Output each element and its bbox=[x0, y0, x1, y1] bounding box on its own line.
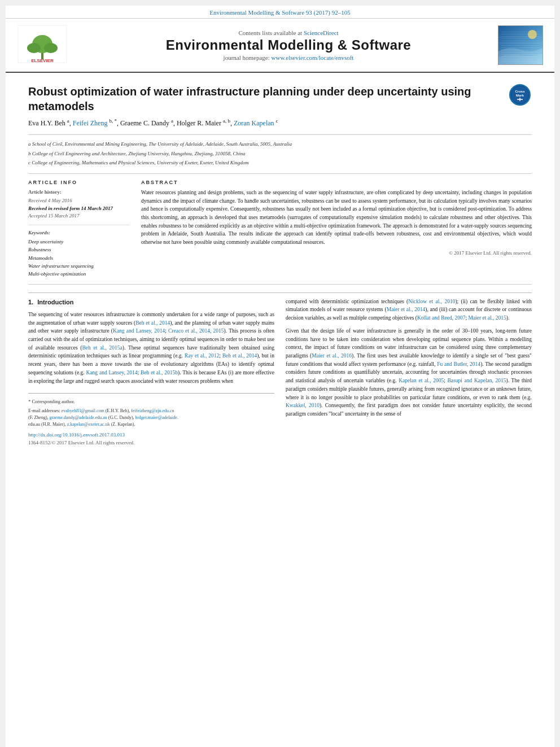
received-date: Received 4 May 2016 bbox=[28, 197, 130, 205]
ref-fu-butler[interactable]: Fu and Butler, 2014 bbox=[437, 361, 480, 367]
doi-link[interactable]: http://dx.doi.org/10.1016/j.envsoft.2017… bbox=[28, 432, 125, 438]
ref-beh2014b[interactable]: Beh et al., 2014 bbox=[222, 353, 257, 359]
ref-beh2015a[interactable]: Beh et al., 2015a bbox=[82, 345, 123, 351]
ref-kang-lansey[interactable]: Kang and Lansey, 2014 bbox=[113, 328, 165, 334]
svg-point-4 bbox=[44, 43, 58, 53]
crossmark-badge: Cross Mark bbox=[509, 84, 531, 106]
email-label: E-mail addresses: bbox=[28, 408, 60, 413]
email-maier[interactable]: holger.maier@adelaide. bbox=[135, 415, 178, 420]
abstract-section: ABSTRACT Water resources planning and de… bbox=[141, 180, 532, 278]
ref-maier2016[interactable]: Maier et al., 2016 bbox=[312, 353, 352, 359]
email-zheng[interactable]: feifeizheng@zju.edu.cn bbox=[131, 408, 174, 413]
footnote-section: * Corresponding author. E-mail addresses… bbox=[28, 393, 274, 447]
keyword-4: Water infrastructure sequencing bbox=[28, 262, 130, 270]
ref-basupi[interactable]: Basupi and Kapelan, 2015 bbox=[448, 378, 506, 383]
svg-text:Cross: Cross bbox=[515, 90, 525, 93]
svg-text:ELSEVIER: ELSEVIER bbox=[31, 58, 54, 63]
affiliation-a: a School of Civil, Environmental and Min… bbox=[28, 141, 532, 148]
keyword-2: Robustness bbox=[28, 246, 130, 254]
paper-title: Robust optimization of water infrastruct… bbox=[28, 84, 504, 113]
abstract-title: ABSTRACT bbox=[141, 180, 532, 185]
keyword-3: Metamodels bbox=[28, 254, 130, 262]
article-history: Article history: Received 4 May 2016 Rec… bbox=[28, 189, 130, 225]
section-heading: Introduction bbox=[37, 299, 73, 305]
keyword-1: Deep uncertainty bbox=[28, 238, 130, 246]
affiliation-b: b College of Civil Engineering and Archi… bbox=[28, 150, 532, 158]
copyright-line: © 2017 Elsevier Ltd. All rights reserved… bbox=[141, 250, 532, 256]
page: Environmental Modelling & Software 93 (2… bbox=[6, 6, 554, 747]
column-right: compared with deterministic optimization… bbox=[286, 298, 532, 447]
intro-para-2: compared with deterministic optimization… bbox=[286, 298, 532, 322]
intro-para-1: The sequencing of water resources infras… bbox=[28, 311, 274, 385]
ref-kollat[interactable]: Kollat and Reed, 2007 bbox=[417, 315, 465, 321]
revised-date: Received in revised form 14 March 2017 bbox=[28, 205, 130, 213]
email-kapelan[interactable]: z.kapelan@exeter.ac.uk bbox=[67, 422, 110, 427]
ref-beh2014[interactable]: Beh et al., 2014 bbox=[135, 320, 170, 326]
email-dandy[interactable]: graeme.dandy@adelaide.edu.au bbox=[50, 415, 107, 420]
history-label: Article history: bbox=[28, 189, 130, 196]
issn-line: 1364-8152/© 2017 Elsevier Ltd. All right… bbox=[28, 439, 274, 447]
ref-beh2015b[interactable]: Beh et al., 2015b bbox=[141, 370, 178, 375]
crossmark[interactable]: Cross Mark bbox=[509, 84, 532, 106]
article-info: ARTICLE INFO Article history: Received 4… bbox=[28, 180, 130, 278]
journal-homepage: journal homepage: www.elsevier.com/locat… bbox=[79, 54, 498, 61]
corresponding-author-note: * Corresponding author. bbox=[28, 398, 274, 405]
ref-nicklow[interactable]: Nicklow et al., 2010 bbox=[408, 299, 455, 304]
main-content: 1. Introduction The sequencing of water … bbox=[28, 298, 532, 447]
keywords-label: Keywords: bbox=[28, 230, 130, 235]
elsevier-logo: ELSEVIER bbox=[17, 24, 68, 66]
journal-citation: Environmental Modelling & Software 93 (2… bbox=[209, 9, 350, 16]
section-number: 1. bbox=[28, 299, 33, 305]
svg-point-3 bbox=[27, 43, 41, 53]
paper-title-text: Robust optimization of water infrastruct… bbox=[28, 84, 504, 130]
journal-header: ELSEVIER Contents lists available at Sci… bbox=[6, 19, 554, 73]
author-link-zheng[interactable]: Feifei Zheng bbox=[73, 119, 108, 127]
ref-creaco[interactable]: Creaco et al., 2014, 2015 bbox=[168, 328, 224, 334]
svg-text:Mark: Mark bbox=[516, 94, 524, 97]
ref-maier2015[interactable]: Maier et al., 2015 bbox=[468, 315, 506, 321]
ref-ray2012[interactable]: Ray et al., 2012 bbox=[185, 353, 219, 359]
article-info-abstract: ARTICLE INFO Article history: Received 4… bbox=[28, 180, 532, 285]
journal-homepage-link[interactable]: www.elsevier.com/locate/envsoft bbox=[272, 54, 354, 61]
accepted-date: Accepted 15 March 2017 bbox=[28, 212, 130, 220]
article-info-title: ARTICLE INFO bbox=[28, 180, 130, 185]
keywords-list: Deep uncertainty Robustness Metamodels W… bbox=[28, 238, 130, 278]
journal-title: Environmental Modelling & Software bbox=[79, 37, 498, 53]
svg-rect-6 bbox=[498, 26, 543, 65]
affiliations-block: a School of Civil, Environmental and Min… bbox=[28, 141, 532, 174]
paper-title-section: Robust optimization of water infrastruct… bbox=[28, 84, 532, 135]
authors-line: Eva H.Y. Beh a, Feifei Zheng b, *, Graem… bbox=[28, 118, 504, 128]
journal-cover-image bbox=[498, 25, 543, 65]
ref-kapelan2005[interactable]: Kapelan et al., 2005 bbox=[399, 378, 444, 383]
paper-body: Robust optimization of water infrastruct… bbox=[6, 73, 554, 458]
intro-para-3: Given that the design life of water infr… bbox=[286, 327, 532, 418]
section-divider bbox=[28, 292, 532, 293]
ref-maier2014[interactable]: Maier et al., 2014 bbox=[387, 307, 426, 312]
abstract-text: Water resources planning and design prob… bbox=[141, 189, 532, 247]
ref-kwakkel[interactable]: Kwakkel, 2010 bbox=[286, 403, 320, 408]
email-beh[interactable]: evahyeh83@gmail.com bbox=[62, 408, 104, 413]
sciencedirect-link[interactable]: ScienceDirect bbox=[304, 29, 339, 36]
ref-kang2014[interactable]: Kang and Lansey, 2014 bbox=[86, 370, 137, 375]
keyword-5: Multi-objective optimization bbox=[28, 270, 130, 278]
journal-thumbnail bbox=[498, 25, 543, 65]
journal-citation-bar: Environmental Modelling & Software 93 (2… bbox=[6, 6, 554, 19]
email-note: E-mail addresses: evahyeh83@gmail.com (E… bbox=[28, 408, 274, 428]
contents-line: Contents lists available at ScienceDirec… bbox=[79, 29, 498, 36]
journal-center: Contents lists available at ScienceDirec… bbox=[79, 29, 498, 61]
author-link-kapelan[interactable]: Zoran Kapelan bbox=[234, 119, 274, 127]
affiliation-c: c College of Engineering, Mathematics an… bbox=[28, 159, 532, 167]
column-left: 1. Introduction The sequencing of water … bbox=[28, 298, 274, 447]
section-1-title: 1. Introduction bbox=[28, 298, 274, 307]
svg-point-7 bbox=[528, 30, 537, 39]
